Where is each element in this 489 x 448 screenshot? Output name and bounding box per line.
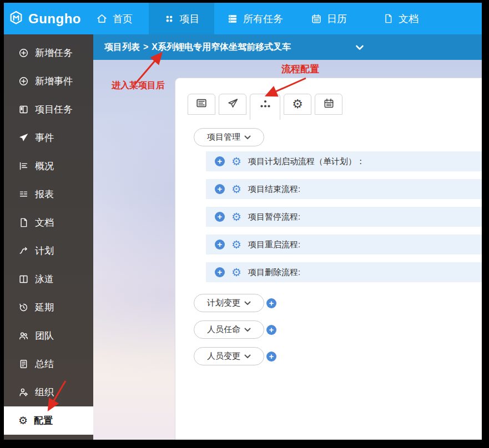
document-icon [383,13,394,24]
plan-icon [18,246,29,256]
nav-item-label: 项目 [180,12,200,26]
breadcrumb-separator: > [143,42,148,52]
sidebar-item-label: 团队 [35,329,54,342]
plus-circle-icon [18,48,29,58]
tab-flow-config[interactable] [250,94,280,120]
nav-item-label: 所有任务 [243,12,283,26]
breadcrumb-parent[interactable]: 项目列表 [104,42,140,53]
swimlane-icon [18,274,29,284]
tab-events[interactable] [219,94,246,115]
sidebar-item-summary[interactable]: 总结 [4,350,93,378]
sidebar-item-overview[interactable]: 概况 [4,152,93,180]
sitemap-icon [259,97,272,113]
gungho-logo-icon [8,10,24,28]
sidebar-item-label: 计划 [35,245,54,257]
add-flow-icon[interactable]: + [215,267,225,277]
group-pill-plan-change[interactable]: 计划变更 [194,294,264,312]
sidebar: 新增任务 新增事件 项目任务 事件 概况 报表 文档 计划 [4,34,93,440]
add-flow-icon[interactable]: + [266,298,276,308]
sidebar-item-plan[interactable]: 计划 [4,237,93,265]
tab-calendar[interactable] [315,94,342,115]
chevron-down-icon[interactable] [355,43,364,53]
calendar-icon [323,98,335,111]
sidebar-item-delay[interactable]: 延期 [4,293,93,322]
sidebar-item-new-task[interactable]: 新增任务 [4,39,93,67]
add-flow-icon[interactable]: + [215,212,225,222]
gear-icon: ⚙ [18,415,28,426]
sidebar-item-label: 概况 [35,160,54,172]
sidebar-item-team[interactable]: 团队 [4,322,93,350]
group-pill-label: 人员任命 [207,324,240,335]
flow-row-project-pause: + ⚙ 项目暂停流程: [206,207,482,227]
sidebar-item-label: 延期 [35,301,54,314]
annotation-flow-config: 流程配置 [281,63,319,75]
nav-item-document[interactable]: 文档 [375,3,426,34]
sidebar-item-label: 报表 [35,188,54,201]
add-flow-icon[interactable]: + [215,156,225,166]
flow-row-label: 项目计划启动流程（单计划）： [248,156,365,167]
sidebar-item-config[interactable]: ⚙ 配置 [4,406,93,435]
list-view-icon [195,97,208,111]
sidebar-item-new-event[interactable]: 新增事件 [4,67,93,95]
nav-item-all-tasks[interactable]: 所有任务 [219,3,291,34]
plus-circle-icon [18,76,29,86]
sidebar-item-label: 新增任务 [35,47,73,59]
sidebar-item-swimlane[interactable]: 泳道 [4,265,93,293]
sidebar-item-label: 事件 [35,131,54,144]
sidebar-item-documents[interactable]: 文档 [4,208,93,237]
config-panel: ⚙ 项目管理 + ⚙ 项目计划启动流程（单计划）： + ⚙ 项目结束流程: + … [175,78,482,440]
projects-icon [164,13,175,24]
send-icon [227,98,239,111]
flow-settings-gear-icon[interactable]: ⚙ [231,184,241,195]
sidebar-item-reports[interactable]: 报表 [4,180,93,208]
flow-row-label: 项目重启流程: [248,240,300,250]
nav-item-calendar[interactable]: 日历 [303,3,355,34]
app-logo[interactable]: Gungho [8,3,81,34]
app-window: Gungho 首页 项目 [4,3,482,440]
top-nav-bar: Gungho 首页 项目 [4,3,482,34]
chevron-down-icon [244,301,251,306]
add-flow-icon[interactable]: + [266,352,276,362]
nav-item-label: 日历 [327,12,347,26]
gear-icon: ⚙ [292,98,303,110]
add-flow-icon[interactable]: + [215,240,225,250]
sidebar-item-organization[interactable]: 组织 [4,378,93,406]
sidebar-item-label: 项目任务 [35,103,73,116]
tab-info[interactable] [188,94,215,115]
flow-settings-gear-icon[interactable]: ⚙ [231,211,241,222]
nav-item-label: 文档 [399,12,419,26]
nav-item-home[interactable]: 首页 [88,3,140,34]
history-icon [18,302,29,313]
group-pill-project-management[interactable]: 项目管理 [194,128,264,146]
group-pill-label: 项目管理 [207,132,240,142]
sidebar-item-label: 组织 [35,386,54,399]
calendar-icon [311,13,322,24]
flow-row-project-restart: + ⚙ 项目重启流程: [206,235,482,254]
sidebar-item-label: 新增事件 [35,75,73,88]
flow-settings-gear-icon[interactable]: ⚙ [231,267,241,278]
flow-row-label: 项目删除流程: [248,267,300,278]
add-flow-icon[interactable]: + [215,184,225,194]
home-icon [96,13,108,24]
flow-settings-gear-icon[interactable]: ⚙ [231,239,241,250]
sidebar-item-project-tasks[interactable]: 项目任务 [4,95,93,124]
group-pill-staff-change[interactable]: 人员变更 [194,347,264,365]
nav-item-label: 首页 [113,12,133,26]
flow-row-project-delete: + ⚙ 项目删除流程: [206,262,482,282]
flow-row-label: 项目结束流程: [248,184,300,195]
tab-settings[interactable]: ⚙ [284,94,311,115]
group-pill-label: 人员变更 [207,351,240,362]
chevron-down-icon [244,354,251,359]
sidebar-item-events[interactable]: 事件 [4,124,93,152]
flow-row-project-end: + ⚙ 项目结束流程: [206,179,482,199]
flow-settings-gear-icon[interactable]: ⚙ [231,156,241,167]
nav-item-projects[interactable]: 项目 [149,3,214,34]
sidebar-item-label: 泳道 [35,273,54,286]
report-icon [18,189,29,200]
group-pill-label: 计划变更 [207,298,240,308]
breadcrumb[interactable]: 项目列表 > X系列锂电专用窄体坐驾前移式叉车 [93,34,482,60]
org-icon [18,387,29,398]
summary-icon [18,359,29,369]
group-pill-staff-appoint[interactable]: 人员任命 [194,320,264,339]
add-flow-icon[interactable]: + [266,325,276,335]
